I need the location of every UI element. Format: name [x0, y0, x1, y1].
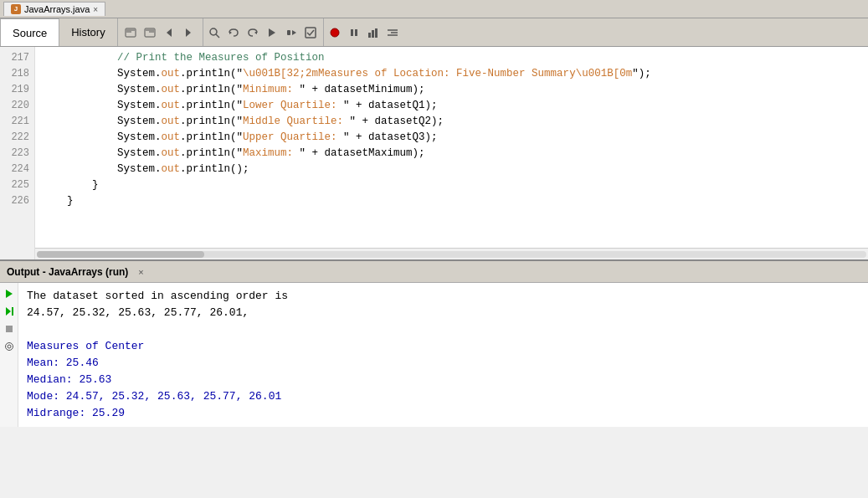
svg-rect-14 [355, 29, 357, 36]
toolbar-btn-settings[interactable] [383, 23, 402, 42]
output-title-bar: Output - JavaArrays (run) × [0, 261, 868, 283]
svg-rect-15 [368, 33, 371, 38]
output-stop-btn[interactable] [2, 321, 17, 336]
output-text[interactable]: The dataset sorted in ascending order is… [18, 283, 868, 427]
svg-marker-3 [186, 28, 191, 37]
svg-marker-22 [6, 307, 11, 316]
tab-history[interactable]: History [59, 18, 117, 46]
svg-marker-10 [292, 30, 296, 35]
output-title: Output - JavaArrays (run) [7, 266, 128, 278]
svg-rect-13 [351, 29, 353, 36]
toolbar-group-3 [323, 18, 403, 46]
code-line-226: } [42, 195, 74, 207]
toolbar-btn-next[interactable] [179, 23, 198, 42]
line-numbers: 217 218 219 220 221 222 223 224 225 226 [0, 47, 35, 259]
toolbar-btn-play[interactable] [263, 23, 281, 42]
file-tab-label: JavaArrays.java [24, 4, 90, 14]
scrollbar-track-h [37, 251, 866, 258]
output-run-btn[interactable] [2, 286, 17, 301]
horizontal-scrollbar[interactable] [35, 248, 868, 259]
code-line-224: System.out.println(); [42, 163, 249, 175]
output-sidebar [0, 283, 18, 427]
editor-area: 217 218 219 220 221 222 223 224 225 226 … [0, 47, 868, 261]
toolbar-btn-stop[interactable] [326, 23, 344, 42]
svg-rect-16 [372, 30, 374, 38]
svg-rect-9 [287, 30, 290, 35]
code-line-217: // Print the Measures of Position [42, 52, 325, 64]
svg-point-4 [210, 28, 217, 35]
scrollbar-thumb-h[interactable] [37, 251, 204, 258]
svg-marker-7 [254, 31, 257, 34]
svg-rect-23 [12, 307, 13, 316]
svg-point-12 [331, 28, 339, 37]
java-icon: J [11, 4, 21, 14]
svg-marker-21 [6, 290, 13, 298]
svg-point-25 [8, 345, 11, 348]
code-line-219: System.out.println("Minimum: " + dataset… [42, 84, 425, 95]
output-step-btn[interactable] [2, 304, 17, 319]
svg-rect-24 [6, 326, 13, 332]
svg-line-5 [216, 34, 219, 38]
svg-marker-8 [269, 28, 275, 37]
editor-content: 217 218 219 220 221 222 223 224 225 226 … [0, 47, 868, 259]
code-line-222: System.out.println("Upper Quartile: " + … [42, 131, 438, 143]
toolbar-btn-undo[interactable] [224, 23, 243, 42]
toolbar-btn-forward[interactable] [141, 23, 159, 42]
code-editor[interactable]: // Print the Measures of Position System… [35, 47, 868, 259]
code-line-218: System.out.println("\u001B[32;2mMeasures… [42, 68, 651, 80]
output-body: The dataset sorted in ascending order is… [0, 283, 868, 427]
svg-rect-17 [375, 28, 378, 38]
output-settings-btn[interactable] [2, 339, 17, 354]
svg-point-26 [5, 343, 13, 351]
svg-marker-6 [229, 31, 232, 34]
toolbar-btn-check[interactable] [301, 23, 320, 42]
output-line-measures-header: Measures of Center Mean: 25.46 Median: 2… [27, 340, 281, 419]
output-panel: Output - JavaArrays (run) × [0, 261, 868, 427]
output-line-1: The dataset sorted in ascending order is… [27, 290, 288, 319]
code-line-220: System.out.println("Lower Quartile: " + … [42, 100, 438, 111]
code-line-225: } [42, 179, 99, 191]
toolbar-group-2 [203, 18, 321, 46]
toolbar-btn-back[interactable] [121, 23, 140, 42]
toolbar-btn-step[interactable] [282, 23, 300, 42]
svg-rect-11 [306, 28, 316, 38]
toolbar: Source History [0, 18, 868, 47]
code-line-221: System.out.println("Middle Quartile: " +… [42, 116, 444, 127]
toolbar-btn-search[interactable] [205, 23, 223, 42]
toolbar-btn-prev[interactable] [160, 23, 178, 42]
file-tab-close[interactable]: × [93, 5, 98, 14]
toolbar-btn-pause[interactable] [345, 23, 363, 42]
code-line-223: System.out.println("Maximum: " + dataset… [42, 147, 425, 159]
svg-marker-2 [167, 28, 172, 37]
toolbar-btn-chart[interactable] [364, 23, 383, 42]
toolbar-btn-redo[interactable] [244, 23, 262, 42]
title-bar: J JavaArrays.java × [0, 0, 868, 18]
toolbar-group-1 [118, 18, 201, 46]
file-tab[interactable]: J JavaArrays.java × [3, 2, 105, 16]
output-close-btn[interactable]: × [138, 267, 143, 277]
tab-source[interactable]: Source [0, 18, 59, 46]
